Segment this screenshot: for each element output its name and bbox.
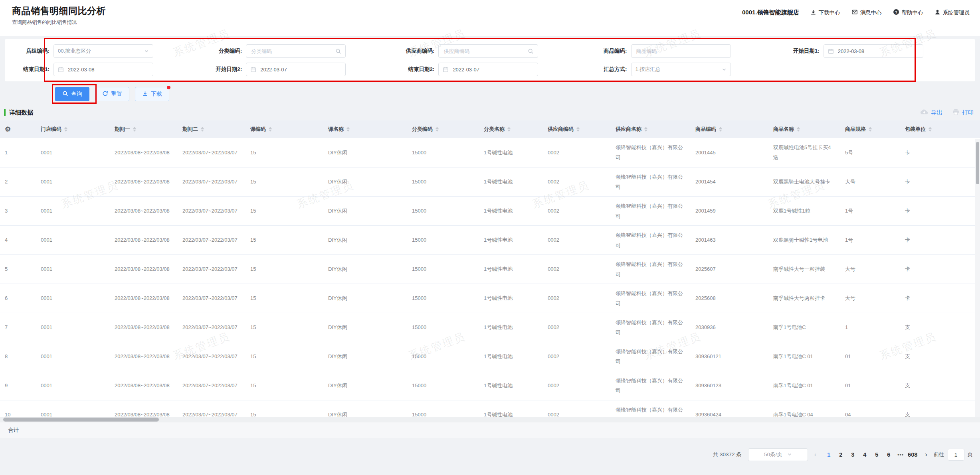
prev-page-button[interactable]: ‹	[812, 451, 819, 458]
cell-store: 0001	[36, 138, 110, 167]
column-header[interactable]: 课名称	[323, 120, 407, 138]
table-row[interactable]: 900012022/03/08~2022/03/082022/03/07~202…	[0, 371, 980, 400]
page-suffix: 页	[968, 451, 973, 458]
sort-icon[interactable]	[346, 127, 350, 132]
page-button[interactable]: 4	[859, 451, 871, 458]
page-button[interactable]: 6	[883, 451, 895, 458]
page-button[interactable]: 3	[847, 451, 859, 458]
sort-icon[interactable]	[869, 127, 872, 132]
end-date-1-field[interactable]	[67, 66, 149, 73]
column-header[interactable]: 课编码	[245, 120, 323, 138]
nav-user[interactable]: 系统管理员	[934, 9, 970, 16]
start-date-1-field[interactable]	[837, 48, 919, 55]
cell-period2: 2022/03/07~2022/03/07	[178, 196, 245, 225]
print-link[interactable]: 打印	[952, 108, 974, 116]
sort-icon[interactable]	[719, 127, 722, 132]
table-row[interactable]: 100012022/03/08~2022/03/082022/03/07~202…	[0, 138, 980, 167]
supplier-code-input[interactable]	[438, 44, 538, 58]
sort-icon[interactable]	[436, 127, 439, 132]
goto-page-input[interactable]	[948, 449, 964, 461]
content-area: 店组编码: 00.按业态区分 分类编码: 供应商编码: 商品编码:	[0, 36, 980, 475]
table-row[interactable]: 200012022/03/08~2022/03/082022/03/07~202…	[0, 167, 980, 196]
table-row[interactable]: 800012022/03/08~2022/03/082022/03/07~202…	[0, 342, 980, 371]
product-code-input[interactable]	[631, 44, 731, 58]
page-size-select[interactable]: 50条/页	[748, 448, 808, 461]
table-row[interactable]: 300012022/03/08~2022/03/082022/03/07~202…	[0, 196, 980, 225]
page-ellipsis[interactable]: •••	[895, 452, 907, 457]
summary-mode-select[interactable]: 1.按店汇总	[631, 63, 731, 76]
table-row[interactable]: 700012022/03/08~2022/03/082022/03/07~202…	[0, 313, 980, 342]
sort-icon[interactable]	[576, 127, 580, 132]
supplier-code-field[interactable]	[443, 48, 525, 55]
end-date-2-field[interactable]	[452, 66, 534, 73]
page-button[interactable]: 2	[835, 451, 847, 458]
vertical-scrollbar-thumb[interactable]	[976, 142, 979, 184]
nav-download-center[interactable]: 下载中心	[810, 9, 840, 16]
category-code-field[interactable]	[250, 48, 332, 55]
cell-name: 双鹿1号碱性1粒	[768, 196, 840, 225]
query-button[interactable]: 查询	[55, 87, 89, 101]
download-button[interactable]: 下载	[135, 87, 169, 101]
search-icon	[335, 48, 341, 54]
column-header[interactable]: 分类编码	[407, 120, 479, 138]
page-button[interactable]: 5	[871, 451, 883, 458]
cell-spec: 1号	[840, 196, 900, 225]
column-header[interactable]: 供应商名称	[611, 120, 691, 138]
sort-icon[interactable]	[644, 127, 647, 132]
category-code-input[interactable]	[246, 44, 346, 58]
column-header[interactable]: 分类名称	[479, 120, 543, 138]
page-list: 123456•••608	[823, 451, 919, 458]
sort-icon[interactable]	[269, 127, 272, 132]
sort-icon[interactable]	[133, 127, 136, 132]
column-header[interactable]: 门店编码	[36, 120, 110, 138]
export-link[interactable]: 导出	[920, 108, 942, 116]
cell-no: 6	[0, 284, 36, 313]
start-date-1-picker[interactable]	[824, 44, 923, 58]
end-date-1-picker[interactable]	[53, 63, 153, 76]
vertical-scrollbar[interactable]	[975, 139, 980, 417]
column-header[interactable]: 供应商编码	[543, 120, 611, 138]
horizontal-scrollbar[interactable]	[0, 417, 980, 422]
table-row[interactable]: 600012022/03/08~2022/03/082022/03/07~202…	[0, 284, 980, 313]
page-button[interactable]: 608	[907, 451, 919, 458]
table-row[interactable]: 1000012022/03/08~2022/03/082022/03/07~20…	[0, 400, 980, 417]
next-page-button[interactable]: ›	[923, 451, 929, 458]
nav-help-center[interactable]: ? 帮助中心	[893, 9, 923, 16]
column-header[interactable]: 包装单位	[900, 120, 980, 138]
gear-icon[interactable]: ⚙	[5, 126, 11, 133]
table-row[interactable]: 500012022/03/08~2022/03/082022/03/07~202…	[0, 254, 980, 284]
cell-cat-name: 1号碱性电池	[479, 196, 543, 225]
cell-store: 0001	[36, 400, 110, 417]
column-header[interactable]: 期间一	[110, 120, 178, 138]
page-button[interactable]: 1	[823, 451, 835, 458]
column-header[interactable]: 商品编码	[691, 120, 768, 138]
horizontal-scrollbar-thumb[interactable]	[3, 418, 159, 422]
cell-sup-name: 领锋智能科技（嘉兴）有限公司	[611, 167, 691, 196]
start-date-2-field[interactable]	[259, 66, 341, 73]
end-date-2-picker[interactable]	[438, 63, 538, 76]
sort-icon[interactable]	[929, 127, 932, 132]
sort-icon[interactable]	[507, 127, 511, 132]
user-icon	[934, 9, 940, 16]
sort-icon[interactable]	[797, 127, 800, 132]
table-row[interactable]: 400012022/03/08~2022/03/082022/03/07~202…	[0, 225, 980, 254]
cell-period1: 2022/03/08~2022/03/08	[110, 225, 178, 254]
sort-icon[interactable]	[64, 127, 67, 132]
column-header[interactable]: 商品名称	[768, 120, 840, 138]
store-group-select[interactable]: 00.按业态区分	[53, 44, 153, 58]
cell-store: 0001	[36, 284, 110, 313]
message-icon	[851, 9, 858, 16]
start-date-2-picker[interactable]	[246, 63, 346, 76]
calendar-icon	[58, 67, 64, 73]
cell-name: 双鹿碱性电池5号挂卡买4送	[768, 138, 840, 167]
filter-field-start-date-2: 开始日期2:	[200, 63, 390, 76]
nav-message-center[interactable]: 消息中心	[851, 9, 882, 16]
cell-unit: 卡	[900, 225, 980, 254]
reset-button[interactable]: 重置	[95, 87, 129, 101]
column-header[interactable]: 期间二	[178, 120, 245, 138]
sort-icon[interactable]	[201, 127, 204, 132]
cell-dept-name: DIY休闲	[323, 254, 407, 284]
product-code-field[interactable]	[636, 48, 727, 55]
column-settings[interactable]: ⚙	[0, 120, 36, 138]
column-header[interactable]: 商品规格	[840, 120, 900, 138]
